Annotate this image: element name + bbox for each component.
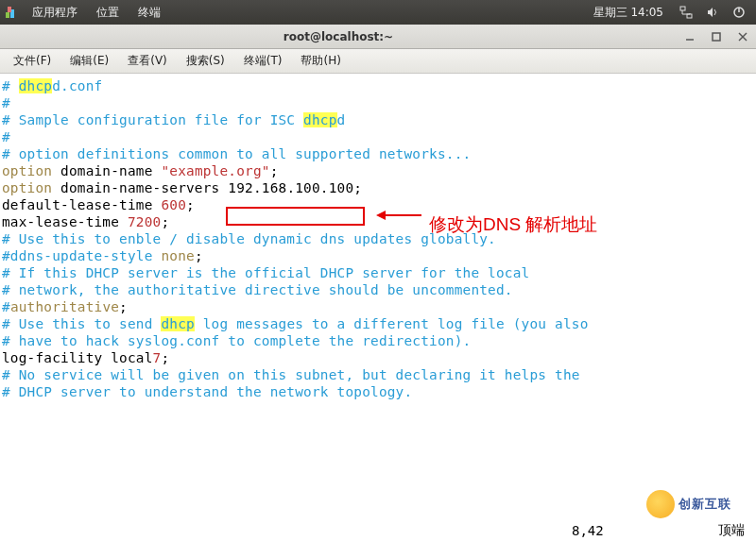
app-menubar: 文件(F) 编辑(E) 查看(V) 搜索(S) 终端(T) 帮助(H) xyxy=(0,49,756,74)
t: # Use this to enble / disable dynamic dn… xyxy=(2,231,496,246)
menu-terminal[interactable]: 终端(T) xyxy=(234,53,292,69)
t: # option definitions common to all suppo… xyxy=(2,146,471,161)
terminal-editor[interactable]: # dhcpd.conf # # Sample configuration fi… xyxy=(0,74,756,404)
volume-icon[interactable] xyxy=(703,3,722,22)
t: "example.org" xyxy=(161,163,269,178)
svg-rect-8 xyxy=(713,33,720,41)
t: domain-name-servers xyxy=(52,180,228,195)
minimize-button[interactable] xyxy=(680,27,699,46)
t: none xyxy=(161,248,194,263)
scroll-indicator: 顶端 xyxy=(718,522,745,539)
panel-applications[interactable]: 应用程序 xyxy=(23,5,87,21)
gnome-top-panel: 应用程序 位置 终端 星期三 14:05 xyxy=(0,0,756,25)
t: ; xyxy=(119,299,128,314)
menu-view[interactable]: 查看(V) xyxy=(118,53,177,69)
power-icon[interactable] xyxy=(730,3,748,22)
t: # xyxy=(2,129,10,144)
t: log-facility local xyxy=(2,350,153,365)
cursor-position: 8,42 xyxy=(572,523,604,538)
t: ; xyxy=(195,248,203,263)
window-title: root@localhost:~ xyxy=(0,30,677,43)
watermark-logo: 创新互联 xyxy=(646,490,750,518)
t: # dhcpd.conf xyxy=(2,78,102,93)
vim-status-bar: 8,42 顶端 xyxy=(0,520,756,541)
t: # Sample configuration file for ISC dhcp… xyxy=(2,112,345,127)
watermark-text: 创新互联 xyxy=(679,496,731,513)
activities-icon xyxy=(4,5,19,20)
t: 7200 xyxy=(128,214,161,229)
panel-clock[interactable]: 星期三 14:05 xyxy=(584,5,673,21)
close-button[interactable] xyxy=(733,27,752,46)
svg-rect-4 xyxy=(687,14,692,18)
annotation-arrow-icon xyxy=(376,207,423,228)
svg-marker-12 xyxy=(376,211,386,220)
svg-rect-3 xyxy=(680,7,685,10)
t: option xyxy=(2,163,52,178)
t: default-lease-time xyxy=(2,197,161,212)
t: # have to hack syslog.conf to complete t… xyxy=(2,333,471,348)
t: ; xyxy=(186,197,195,212)
t: # xyxy=(2,95,10,110)
menu-search[interactable]: 搜索(S) xyxy=(177,53,234,69)
svg-rect-0 xyxy=(6,12,9,18)
t: # network, the authoritative directive s… xyxy=(2,282,513,297)
t: # Use this to send dhcp log messages to … xyxy=(2,316,589,331)
window-titlebar: root@localhost:~ xyxy=(0,25,756,49)
t: ; xyxy=(270,163,279,178)
t: # xyxy=(2,299,10,314)
annotation-box xyxy=(226,207,365,226)
network-icon[interactable] xyxy=(677,3,696,22)
t: #ddns-update-style xyxy=(2,248,161,263)
t: domain-name xyxy=(52,163,161,178)
dns-server-value: 192.168.100.100; xyxy=(228,180,362,195)
panel-terminal[interactable]: 终端 xyxy=(129,5,170,21)
t: authoritative xyxy=(10,299,119,314)
t: # DHCP server to understand the network … xyxy=(2,384,412,399)
t: option xyxy=(2,180,52,195)
svg-rect-2 xyxy=(8,7,11,12)
t: 600 xyxy=(161,197,186,212)
t: max-lease-time xyxy=(2,214,128,229)
t: # If this DHCP server is the official DH… xyxy=(2,265,529,280)
menu-help[interactable]: 帮助(H) xyxy=(291,53,350,69)
watermark-swirl-icon xyxy=(646,490,675,518)
t: # No service will be given on this subne… xyxy=(2,367,580,382)
panel-places[interactable]: 位置 xyxy=(87,5,129,21)
annotation-text: 修改为DNS 解析地址 xyxy=(429,212,597,237)
t: ; xyxy=(161,350,169,365)
menu-edit[interactable]: 编辑(E) xyxy=(60,53,118,69)
t: ; xyxy=(161,214,169,229)
maximize-button[interactable] xyxy=(707,27,726,46)
menu-file[interactable]: 文件(F) xyxy=(4,53,60,69)
